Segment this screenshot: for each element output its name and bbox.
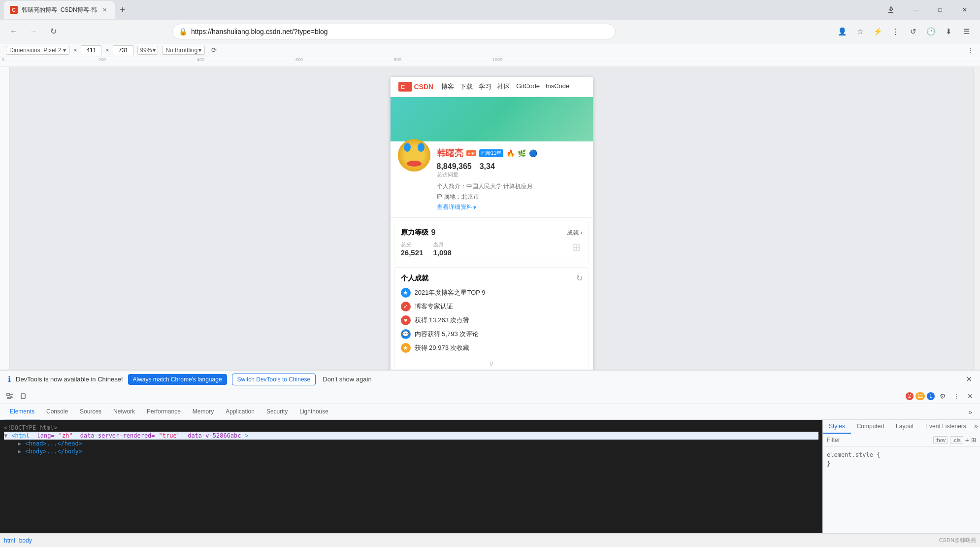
back-button[interactable]: ← [6,24,22,39]
nav-link-study[interactable]: 学习 [479,82,491,91]
profile-detail-link[interactable]: 查看详细资料 ▾ [437,203,587,211]
code-line-2[interactable]: ▼ <html lang= "zh" data-server-rendered=… [4,432,818,440]
tab-application[interactable]: Application [220,404,261,420]
breadcrumb-html[interactable]: html [4,537,15,544]
grid-icon-area: ⊞ [572,241,583,257]
body-collapse[interactable]: ▶ [18,448,21,455]
settings-style-button[interactable]: ⊞ [971,437,976,444]
error-badge: 2 [906,392,914,400]
username: 韩曙亮 [437,147,463,159]
ruler-label-400: 400 [197,57,204,62]
address-input[interactable] [191,28,609,35]
refresh-button[interactable]: ↻ [45,24,61,39]
tabs-more-button[interactable]: » [964,406,976,418]
extensions-button[interactable]: ⚡ [870,24,885,39]
show-more-button[interactable]: ∨ [401,357,583,370]
achievement-item-3: ♥ 获得 13,263 次点赞 [401,315,583,325]
tab-performance[interactable]: Performance [141,404,187,420]
width-input[interactable] [81,45,101,55]
address-bar[interactable]: 🔒 [172,24,616,39]
menu-button[interactable]: ☰ [958,24,974,39]
download-icon[interactable] [880,2,902,18]
bookmark-button[interactable]: ☆ [852,24,868,39]
download-nav-button[interactable]: ⬇ [941,24,956,39]
device-selector[interactable]: Dimensions: Pixel 2 ▾ [6,46,69,55]
refresh-icon[interactable]: ↻ [576,274,583,283]
clock-button[interactable]: 🕐 [923,24,939,39]
tab-memory[interactable]: Memory [187,404,220,420]
achievement-like-icon: ♥ [401,315,411,325]
undo-button[interactable]: ↺ [905,24,921,39]
tab-security[interactable]: Security [261,404,294,420]
tab-sources[interactable]: Sources [74,404,107,420]
achievements-link[interactable]: 成就 › [567,229,583,237]
event-listeners-tab[interactable]: Event Listeners [919,420,972,434]
styles-tab[interactable]: Styles [823,420,851,434]
head-collapse[interactable]: ▶ [18,440,21,447]
throttle-label: No throttling [165,47,197,54]
tab-elements[interactable]: Elements [4,404,40,420]
profile-header-banner [391,97,593,141]
collapse-toggle[interactable]: ▼ [4,432,7,439]
svg-text:C: C [400,84,405,91]
html-attr-data: data-v-52866abc [184,432,241,439]
computed-tab[interactable]: Computed [851,420,890,434]
devtools-panel: ℹ DevTools is now available in Chinese! … [0,370,980,547]
height-input[interactable] [113,45,133,55]
devtools-content-area: <!DOCTYPE html> ▼ <html lang= "zh" data-… [0,420,980,533]
visits-value: 8,849,365 [437,162,472,171]
more-button[interactable]: ⋮ [887,24,903,39]
vertical-scrollbar[interactable] [973,67,980,370]
devtools-close-button[interactable]: ✕ [964,390,976,402]
layout-tab[interactable]: Layout [890,420,919,434]
close-button[interactable]: ✕ [953,2,976,18]
styles-panel-more[interactable]: » [972,420,980,434]
html-code-panel[interactable]: <!DOCTYPE html> ▼ <html lang= "zh" data-… [0,420,822,533]
profile-top: 韩曙亮 VIP 码龄11年 🔥 🌿 🔵 8,849,365 总访问量 [396,137,587,211]
minimize-button[interactable]: ─ [904,2,927,18]
throttle-selector[interactable]: No throttling ▾ [162,46,205,55]
content-area: C CSDN 博客 下载 学习 社区 GitCode InsCode [0,67,980,370]
nav-link-blog[interactable]: 博客 [441,82,454,91]
element-style-rule: element.style { [827,450,976,459]
achievement-text-5: 获得 29,973 次收藏 [415,343,470,352]
active-tab[interactable]: C 韩曙亮的博客_CSDN博客-韩 ✕ [4,1,115,19]
device-toggle-button[interactable] [18,390,30,402]
tab-lighthouse[interactable]: Lighthouse [294,404,334,420]
profile-details: 韩曙亮 VIP 码龄11年 🔥 🌿 🔵 8,849,365 总访问量 [437,137,587,211]
nav-link-inscode[interactable]: InsCode [546,82,569,91]
html-attr-server-val: "true" [159,432,180,439]
notification-close-button[interactable]: ✕ [966,375,972,384]
tab-console[interactable]: Console [40,404,74,420]
svg-rect-0 [888,12,893,13]
nav-link-community[interactable]: 社区 [497,82,510,91]
achievement-text-2: 博客专家认证 [415,302,453,311]
more-options-button[interactable]: ⋮ [967,46,974,54]
achievement-item-4: 💬 内容获得 5,793 次评论 [401,329,583,339]
match-language-button[interactable]: Always match Chrome's language [128,374,227,385]
settings-button[interactable]: ⚙ [937,390,948,402]
dont-show-again-link[interactable]: Don't show again [323,376,371,383]
profile-button[interactable]: 👤 [834,24,850,39]
styles-filter-input[interactable] [827,437,931,444]
tab-network[interactable]: Network [107,404,141,420]
maximize-button[interactable]: □ [929,2,951,18]
profile-info-card: 韩曙亮 VIP 码龄11年 🔥 🌿 🔵 8,849,365 总访问量 [391,141,593,218]
new-tab-button[interactable]: + [116,3,130,17]
rotate-button[interactable]: ⟳ [209,45,219,55]
nav-link-download[interactable]: 下载 [460,82,473,91]
nav-link-gitcode[interactable]: GitCode [516,82,540,91]
pseudo-filter-button[interactable]: :hov [933,436,948,444]
ruler-label-0: 0 [2,57,4,62]
breadcrumb-body[interactable]: body [19,537,32,544]
forward-button[interactable]: → [26,24,41,39]
tab-close-button[interactable]: ✕ [101,6,109,14]
inspect-element-button[interactable] [4,390,16,402]
username-row: 韩曙亮 VIP 码龄11年 🔥 🌿 🔵 [437,147,587,159]
devtools-more-button[interactable]: ⋮ [950,390,962,402]
cls-filter-button[interactable]: .cls [950,436,963,444]
switch-devtools-button[interactable]: Switch DevTools to Chinese [232,374,316,385]
add-style-button[interactable]: + [965,436,969,444]
styles-panel: Styles Computed Layout Event Listeners »… [822,420,980,533]
zoom-selector[interactable]: 99% ▾ [137,46,158,55]
